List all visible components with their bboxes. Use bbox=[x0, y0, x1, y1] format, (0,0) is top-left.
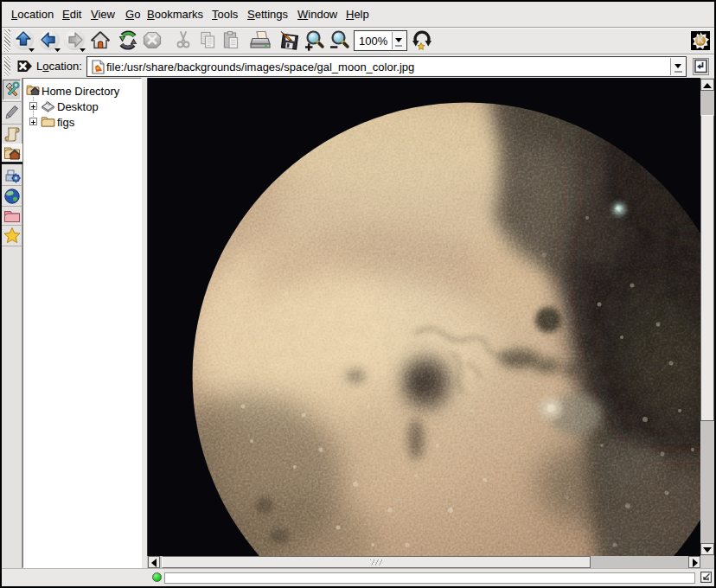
svg-text:K: K bbox=[697, 35, 704, 45]
